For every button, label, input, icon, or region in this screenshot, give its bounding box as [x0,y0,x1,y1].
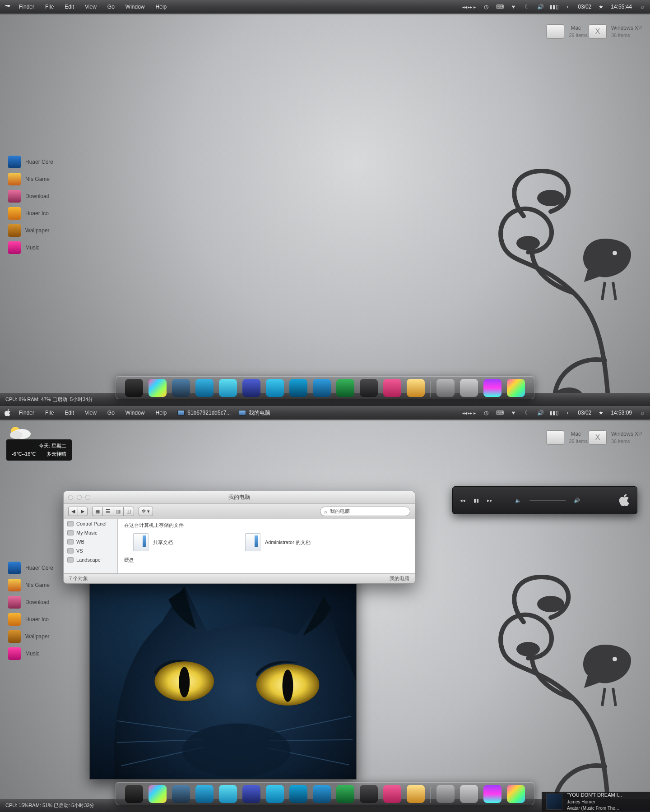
menu-edit[interactable]: Edit [65,4,74,10]
view-buttons[interactable]: ▦ ☰ ▥ ◫ [92,507,134,516]
volume-slider[interactable] [529,500,566,501]
volume-icon[interactable]: 🔊 [537,4,543,10]
dock-app-icon[interactable] [460,379,478,397]
dock-app-icon[interactable] [289,785,307,803]
sidebar-item[interactable]: Control Panel [64,519,117,528]
drive-xp[interactable]: X Windows XP 36 items [589,430,642,445]
menu-file[interactable]: File [45,410,54,416]
dock-app-icon[interactable] [125,785,143,803]
apple-logo-icon[interactable] [5,409,11,416]
keyboard-icon[interactable]: ⌨ [497,4,503,10]
media-vol-down-icon[interactable]: 🔈 [515,498,521,503]
dock-app-icon[interactable] [149,785,167,803]
dock-app-icon[interactable] [242,785,260,803]
taskbar-item-b[interactable]: 我的电脑 [239,409,270,417]
taskbar-item-a[interactable]: 61b67921dd5c7... [177,410,231,416]
heart-icon[interactable]: ♥ [510,410,516,416]
dock-app-icon[interactable] [383,379,401,397]
heart-icon[interactable]: ♥ [510,4,516,10]
moon-icon[interactable]: ☾ [524,410,530,416]
view-coverflow-button[interactable]: ◫ [123,507,134,516]
now-playing[interactable]: "YOU DON'T DREAM I... James Horner Avata… [542,792,650,812]
dock-app-icon[interactable] [172,379,190,397]
stack-item[interactable]: Nfs Game [8,171,53,188]
dock-app-icon[interactable] [360,785,378,803]
dock-app-icon[interactable] [336,785,354,803]
weather-widget[interactable]: 今天: 星期二 -6℃--16℃ 多云转晴 [6,424,72,461]
dock-app-icon[interactable] [195,785,214,803]
media-vol-up-icon[interactable]: 🔊 [574,498,580,503]
media-player-bar[interactable]: ◂◂ ▮▮ ▸▸ 🔈 🔊 [452,486,637,514]
view-column-button[interactable]: ▥ [113,507,123,516]
dock-app-icon[interactable] [313,785,331,803]
dock-app-icon[interactable] [483,785,501,803]
zoom-icon[interactable] [85,495,90,500]
menu-view[interactable]: View [85,4,97,10]
stack-item[interactable]: Music [8,645,53,662]
menu-window[interactable]: Window [125,4,145,10]
dock-app-icon[interactable] [172,785,190,803]
media-next-icon[interactable]: ▸▸ [487,498,492,503]
drive-mac[interactable]: Mac 29 items [546,24,588,39]
menu-edit[interactable]: Edit [65,410,74,416]
stack-item[interactable]: Download [8,594,53,611]
folder-shared[interactable]: 共享文档 [133,533,173,551]
dock-app-icon[interactable] [383,785,401,803]
dock[interactable] [116,782,534,805]
media-pause-icon[interactable]: ▮▮ [474,498,479,503]
dock-app-icon[interactable] [436,785,455,803]
dock-app-icon[interactable] [289,379,307,397]
dock-app-icon[interactable] [125,379,143,397]
sidebar-item[interactable]: My Music [64,528,117,537]
close-icon[interactable] [68,495,73,500]
dock-app-icon[interactable] [336,379,354,397]
apple-logo-icon[interactable] [5,3,11,10]
keyboard-icon[interactable]: ⌨ [497,410,503,416]
sidebar-item[interactable]: WB [64,537,117,546]
stack-item[interactable]: Nfs Game [8,577,53,594]
minimize-icon[interactable] [77,495,82,500]
stack-item[interactable]: Wallpaper [8,222,53,239]
back-button[interactable]: ◀ [68,507,78,516]
stack-item[interactable]: Huaer Ico [8,611,53,628]
media-prev-icon[interactable]: ◂◂ [460,498,465,503]
menu-finder[interactable]: Finder [19,410,34,416]
menu-help[interactable]: Help [156,410,167,416]
sidebar-item[interactable]: Landscape [64,555,117,564]
menu-help[interactable]: Help [156,4,167,10]
search-icon[interactable]: ⌕ [639,410,645,416]
menu-view[interactable]: View [85,410,97,416]
finder-titlebar[interactable]: 我的电脑 [64,491,415,504]
dock-app-icon[interactable] [436,379,455,397]
dock-app-icon[interactable] [313,379,331,397]
dock-app-icon[interactable] [507,785,525,803]
dock-app-icon[interactable] [266,379,284,397]
menu-go[interactable]: Go [107,4,115,10]
dock-app-icon[interactable] [219,785,237,803]
action-button[interactable]: ✲ ▾ [139,507,153,516]
dock-app-icon[interactable] [407,379,425,397]
dock-app-icon[interactable] [507,379,525,397]
clock-icon[interactable]: ◷ [483,4,489,10]
clock-icon[interactable]: ◷ [483,410,489,416]
dock-app-icon[interactable] [360,379,378,397]
drive-xp[interactable]: X Windows XP 36 items [589,24,642,39]
stack-item[interactable]: Huaer Ico [8,205,53,222]
menu-window[interactable]: Window [125,410,145,416]
dock[interactable] [116,376,534,399]
media-controls[interactable]: ◂◂ ▸▸ ▸ [462,411,476,415]
nav-buttons[interactable]: ◀▶ [68,507,88,516]
dock-app-icon[interactable] [483,379,501,397]
media-controls[interactable]: ◂◂ ▸▸ ▸ [462,5,476,9]
chevron-left-icon[interactable]: ‹ [564,410,571,416]
view-icon-button[interactable]: ▦ [92,507,102,516]
menu-go[interactable]: Go [107,410,115,416]
forward-button[interactable]: ▶ [78,507,88,516]
signal-icon[interactable]: ▮▮▯ [551,4,557,10]
volume-icon[interactable]: 🔊 [537,410,543,416]
menu-file[interactable]: File [45,4,54,10]
dock-app-icon[interactable] [242,379,260,397]
dock-app-icon[interactable] [407,785,425,803]
signal-icon[interactable]: ▮▮▯ [551,410,557,416]
image-viewer[interactable] [89,572,357,780]
